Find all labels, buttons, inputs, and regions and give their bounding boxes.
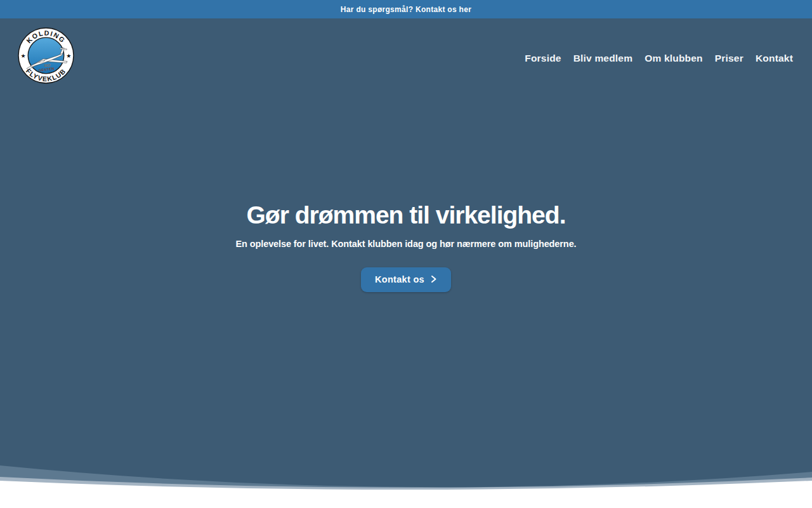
contact-cta-button[interactable]: Kontakt os — [361, 267, 451, 292]
nav-item-kontakt[interactable]: Kontakt — [756, 53, 793, 64]
club-logo-icon[interactable]: KOLDING FLYVEKLUB ★ ★ 1937 GESTEN — [18, 27, 74, 84]
nav-item-bliv-medlem[interactable]: Bliv medlem — [573, 53, 633, 64]
nav-item-om-klubben[interactable]: Om klubben — [645, 53, 703, 64]
contact-cta-label: Kontakt os — [375, 274, 424, 284]
hero-title: Gør drømmen til virkelighed. — [247, 202, 566, 229]
site-header: KOLDING FLYVEKLUB ★ ★ 1937 GESTEN — [0, 18, 812, 87]
hero-content: Gør drømmen til virkelighed. En oplevels… — [0, 202, 812, 292]
announcement-bar: Har du spørgsmål? Kontakt os her — [0, 0, 812, 18]
announcement-link[interactable]: Har du spørgsmål? Kontakt os her — [341, 5, 471, 14]
logo-star-left-icon: ★ — [21, 53, 26, 59]
page-bottom-whitespace — [0, 495, 812, 508]
logo-star-right-icon: ★ — [66, 53, 71, 59]
main-nav: Forside Bliv medlem Om klubben Priser Ko… — [525, 53, 793, 64]
hero-section: KOLDING FLYVEKLUB ★ ★ 1937 GESTEN — [0, 18, 812, 444]
wave-divider — [0, 444, 812, 495]
nav-item-priser[interactable]: Priser — [715, 53, 743, 64]
chevron-right-icon — [430, 275, 437, 283]
nav-item-forside[interactable]: Forside — [525, 53, 561, 64]
wave-divider-graphic — [0, 444, 812, 495]
hero-subtitle: En oplevelse for livet. Kontakt klubben … — [235, 239, 576, 249]
